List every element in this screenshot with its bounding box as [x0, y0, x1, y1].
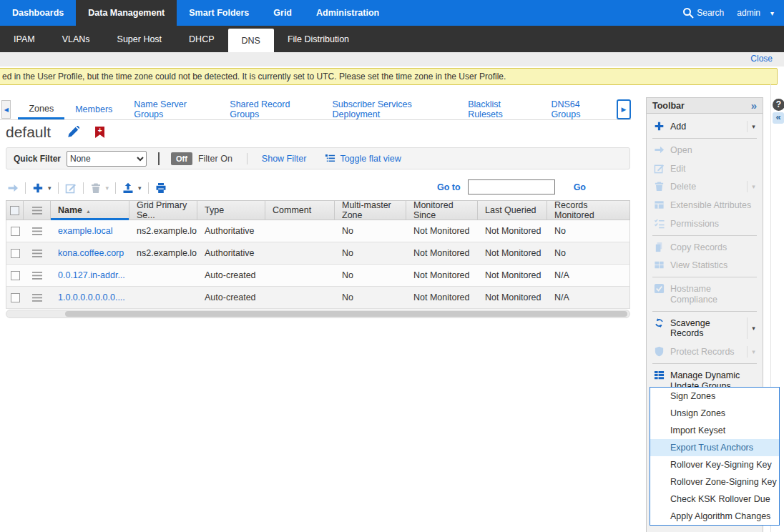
global-search-button[interactable]: Search	[682, 7, 724, 19]
row-checkbox[interactable]	[11, 227, 20, 236]
row-menu-icon[interactable]	[32, 294, 42, 302]
column-header-monitored-since[interactable]: Monitored Since	[406, 201, 478, 220]
tab-shared-record-groups[interactable]: Shared Record Groups	[219, 99, 321, 119]
toolbar-delete[interactable]: Delete	[647, 177, 763, 196]
menu-apply-algorithm-changes[interactable]: Apply Algorithm Changes	[650, 508, 779, 525]
nav-grid[interactable]: Grid	[261, 0, 304, 26]
menu-rollover-key-signing-key[interactable]: Rollover Key-Signing Key	[650, 456, 779, 473]
toolbar-scavenge-records[interactable]: Scavenge Records	[647, 314, 763, 343]
print-icon[interactable]	[155, 182, 167, 194]
toolbar-add[interactable]: Add	[647, 114, 763, 136]
add-icon[interactable]	[32, 182, 44, 194]
edit-title-icon[interactable]	[67, 126, 79, 139]
cell-multi-master: No	[335, 242, 406, 264]
add-caret-icon[interactable]: ▾	[48, 184, 52, 192]
table-row[interactable]: 0.0.127.in-addr... Auto-created No Not M…	[6, 265, 630, 287]
checkbox[interactable]	[10, 206, 19, 215]
nav-smart-folders[interactable]: Smart Folders	[177, 0, 261, 26]
zone-link[interactable]: 1.0.0.0.0.0.0.0....	[58, 292, 125, 302]
toggle-flat-view-link[interactable]: Toggle flat view	[340, 154, 401, 164]
row-checkbox[interactable]	[11, 271, 20, 280]
subnav-ipam[interactable]: IPAM	[0, 26, 49, 52]
column-header-name[interactable]: Name	[51, 201, 129, 220]
toolbar-permissions[interactable]: Permissions	[647, 215, 763, 233]
row-checkbox[interactable]	[11, 293, 20, 302]
subnav-super-host[interactable]: Super Host	[104, 26, 176, 52]
nav-administration[interactable]: Administration	[304, 0, 391, 26]
add-caret-icon[interactable]	[747, 121, 760, 132]
nav-dashboards[interactable]: Dashboards	[0, 0, 76, 26]
column-label: Type	[205, 205, 224, 215]
toolbar-protect-records[interactable]: Protect Records	[647, 343, 763, 361]
scrollbar-thumb[interactable]	[65, 311, 627, 317]
select-all-checkbox[interactable]	[6, 201, 24, 220]
delete-icon[interactable]	[90, 182, 102, 194]
filter-off-toggle[interactable]: Off	[171, 152, 192, 165]
open-icon[interactable]	[7, 182, 19, 194]
subnav-vlans[interactable]: VLANs	[49, 26, 104, 52]
subnav-dhcp[interactable]: DHCP	[175, 26, 227, 52]
table-row[interactable]: kona.coffee.corp ns2.example.lo... Autho…	[6, 242, 630, 265]
table-row[interactable]: example.local ns2.example.lo... Authorit…	[6, 220, 630, 242]
go-button[interactable]: Go	[574, 182, 586, 192]
menu-import-keyset[interactable]: Import Keyset	[650, 422, 779, 439]
collapse-panel-icon[interactable]	[773, 112, 784, 124]
tab-subscriber-services-deployment[interactable]: Subscriber Services Deployment	[321, 99, 457, 119]
scavenge-caret-icon[interactable]	[747, 317, 760, 340]
column-header-multi-master[interactable]: Multi-master Zone	[335, 201, 406, 220]
toolbar-open[interactable]: Open	[647, 141, 763, 159]
edit-icon[interactable]	[65, 182, 77, 194]
table-row[interactable]: 1.0.0.0.0.0.0.0.... Auto-created No Not …	[6, 287, 630, 309]
column-header-comment[interactable]: Comment	[265, 201, 335, 220]
subnav-dns[interactable]: DNS	[228, 29, 274, 52]
menu-export-trust-anchors[interactable]: Export Trust Anchors	[650, 439, 779, 456]
export-icon[interactable]	[122, 182, 134, 194]
bookmark-add-icon[interactable]	[95, 127, 104, 138]
tab-blacklist-rulesets[interactable]: Blacklist Rulesets	[457, 99, 540, 119]
show-filter-link[interactable]: Show Filter	[262, 154, 307, 164]
close-notice-link[interactable]: Close	[750, 54, 773, 64]
column-header-last-queried[interactable]: Last Queried	[478, 201, 547, 220]
toolbar-view-statistics[interactable]: View Statistics	[647, 256, 763, 275]
horizontal-scrollbar[interactable]	[6, 310, 630, 318]
row-menu-icon[interactable]	[32, 227, 42, 235]
tab-dns64-groups[interactable]: DNS64 Groups	[540, 99, 615, 119]
tab-members[interactable]: Members	[64, 99, 123, 119]
toolbar-edit[interactable]: Edit	[647, 159, 763, 178]
tab-scroll-left-icon[interactable]	[1, 100, 11, 119]
help-icon[interactable]	[773, 99, 784, 111]
toolbar-title: Toolbar	[652, 101, 685, 111]
menu-sign-zones[interactable]: Sign Zones	[650, 388, 779, 405]
column-header-grid-primary[interactable]: Grid Primary Se...	[129, 201, 197, 220]
menu-rollover-zone-signing-key[interactable]: Rollover Zone-Signing Key	[650, 473, 779, 491]
export-caret-icon[interactable]: ▾	[138, 184, 142, 192]
row-menu-icon[interactable]	[32, 272, 42, 280]
toolbar-hostname-compliance[interactable]: Hostname Compliance	[647, 280, 763, 309]
zone-link[interactable]: kona.coffee.corp	[58, 248, 124, 258]
tab-scroll-right-icon[interactable]	[617, 99, 631, 119]
tab-zones[interactable]: Zones	[18, 99, 64, 119]
subnav-file-distribution[interactable]: File Distribution	[274, 26, 363, 52]
protect-caret-icon[interactable]	[747, 346, 760, 358]
zone-link[interactable]: 0.0.127.in-addr...	[58, 270, 125, 280]
collapse-toolbar-icon[interactable]	[751, 99, 757, 112]
toolbar-copy-records[interactable]: Copy Records	[647, 238, 763, 257]
column-header-records-monitored[interactable]: Records Monitored	[547, 201, 629, 220]
flat-view-icon[interactable]	[325, 153, 335, 164]
menu-unsign-zones[interactable]: Unsign Zones	[650, 405, 779, 422]
tab-name-server-groups[interactable]: Name Server Groups	[123, 99, 219, 119]
toolbar-extensible-attributes[interactable]: Extensible Attributes	[647, 196, 763, 215]
row-checkbox[interactable]	[11, 249, 20, 258]
delete-caret-icon[interactable]: ▾	[106, 184, 109, 192]
goto-input[interactable]	[468, 179, 555, 194]
column-header-type[interactable]: Type	[197, 201, 265, 220]
row-menu-icon[interactable]	[32, 250, 42, 257]
header-menu-icon[interactable]	[24, 201, 51, 220]
quick-filter-select[interactable]: None	[67, 151, 147, 167]
zone-link[interactable]: example.local	[58, 226, 112, 236]
delete-caret-icon[interactable]	[747, 181, 760, 192]
menu-check-ksk-rollover-due[interactable]: Check KSK Rollover Due	[650, 491, 779, 508]
nav-data-management[interactable]: Data Management	[76, 0, 177, 26]
grid-action-toolbar: ▾ ▾ ▾	[7, 180, 167, 196]
user-menu[interactable]: admin	[737, 8, 774, 18]
